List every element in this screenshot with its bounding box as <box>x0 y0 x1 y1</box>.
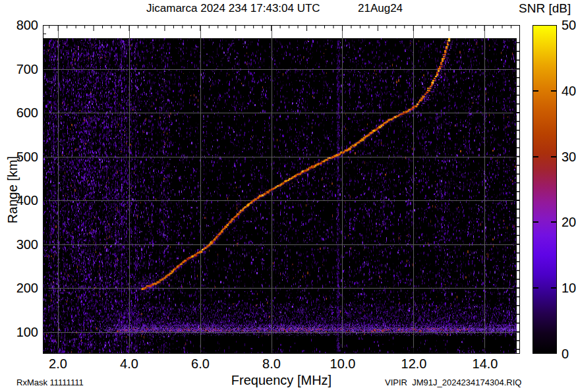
x-tick-8: 8.0 <box>252 357 291 370</box>
plot-frame <box>43 25 520 354</box>
y-tick-200: 200 <box>13 281 38 294</box>
colorbar-tick <box>551 221 556 223</box>
rxmask-label: RxMask 11111111 <box>16 378 84 387</box>
x-tick-6: 6.0 <box>181 357 220 370</box>
y-tick-700: 700 <box>13 63 38 76</box>
cb-tick-50: 50 <box>562 18 576 32</box>
y-tick-300: 300 <box>13 238 38 251</box>
colorbar-tick <box>533 90 538 92</box>
ionogram-viewer: Jicamarca 2024 234 17:43:04 UTC 21Aug24 … <box>0 0 576 392</box>
source-file-label: VIPIR JM91J_2024234174304.RIQ <box>385 378 521 387</box>
colorbar-tick <box>551 156 556 157</box>
colorbar <box>533 25 557 354</box>
colorbar-tick <box>551 287 556 289</box>
y-tick-600: 600 <box>13 106 38 119</box>
y-tick-100: 100 <box>13 325 38 339</box>
cb-tick-40: 40 <box>562 84 576 98</box>
x-tick-14: 14.0 <box>465 357 505 370</box>
cb-tick-10: 10 <box>562 281 576 294</box>
cb-tick-20: 20 <box>562 215 576 229</box>
page-title: Jicamarca 2024 234 17:43:04 UTC <box>146 2 320 15</box>
colorbar-title: SNR [dB] <box>519 1 571 16</box>
x-tick-2: 2.0 <box>38 357 78 370</box>
colorbar-tick <box>533 156 538 157</box>
cb-tick-30: 30 <box>562 150 576 163</box>
colorbar-tick <box>533 221 538 223</box>
x-axis-label: Frequency [MHz] <box>216 373 347 388</box>
y-tick-800: 800 <box>13 18 38 32</box>
cb-tick-0: 0 <box>562 347 576 360</box>
colorbar-tick <box>551 90 556 92</box>
x-tick-4: 4.0 <box>109 357 149 370</box>
date-label: 21Aug24 <box>358 2 403 15</box>
x-tick-10: 10.0 <box>323 357 362 370</box>
colorbar-tick <box>533 287 538 289</box>
x-tick-12: 12.0 <box>394 357 434 370</box>
y-axis-label: Range [km] <box>5 144 20 236</box>
colorbar-gradient <box>533 26 556 353</box>
ionogram-plot <box>43 25 520 354</box>
